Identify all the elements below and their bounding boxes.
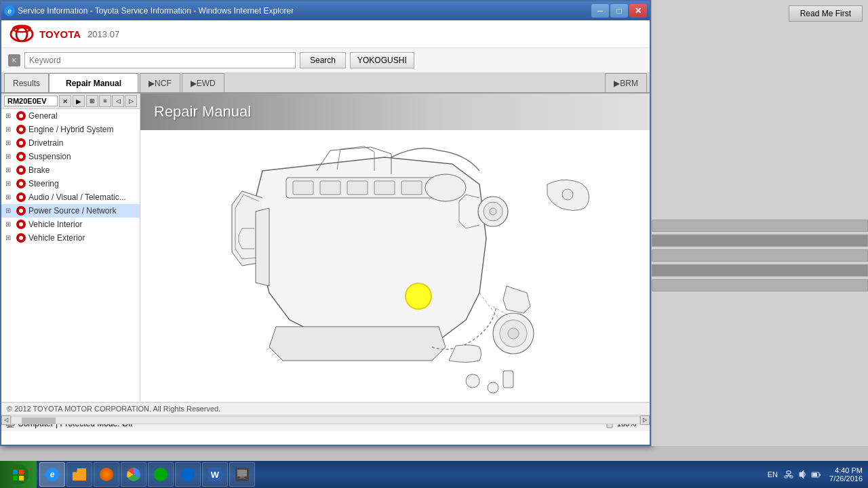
window-title: Service Information - Toyota Service Inf… [18,6,589,16]
sidebar-item-general[interactable]: ⊞ General [1,109,140,123]
tab-brm-text: BRM [620,79,638,88]
taskbar-app-7[interactable]: W [202,462,228,487]
sidebar-item-exterior-label: Vehicle Exterior [28,233,85,243]
tab-ewd[interactable]: ▶ EWD [182,73,224,92]
sidebar-item-exterior[interactable]: ⊞ Vehicle Exterior [1,231,140,245]
tab-bar: Results Repair Manual ▶ NCF ▶ EWD ▶ BRM [1,73,650,94]
sidebar-forward-button[interactable]: ▶ [73,95,85,107]
stripe-5 [652,279,868,291]
search-bar: K Search YOKOGUSHI [1,48,650,73]
keyword-input[interactable] [24,52,296,68]
taskbar-app-media[interactable] [94,462,119,487]
taskbar-app-6[interactable] [175,462,201,487]
window-controls: ─ □ ✕ [591,4,647,18]
tab-ewd-label: ▶ [191,79,197,88]
taskbar-app-explorer[interactable] [66,462,92,487]
tab-brm[interactable]: ▶ BRM [605,73,647,92]
battery-icon [810,469,821,480]
minimize-button[interactable]: ─ [591,4,609,18]
svg-rect-33 [240,476,244,478]
copyright-bar: © 2012 TOYOTA MOTOR CORPORATION. All Rig… [1,402,650,415]
tab-ncf-text: NCF [155,79,172,88]
engine-diagram [181,130,615,401]
svg-rect-5 [320,181,340,195]
sidebar-item-drivetrain[interactable]: ⊞ Drivetrain [1,136,140,150]
view-next-button[interactable]: ▷ [125,95,137,107]
app6-icon [181,468,195,481]
stripe-1 [652,220,868,232]
tab-ncf-label: ▶ [149,79,155,88]
read-me-first-button[interactable]: Read Me First [789,5,863,22]
svg-point-16 [562,189,573,200]
sidebar-item-drivetrain-label: Drivetrain [28,138,63,148]
item-icon-drivetrain [16,138,26,148]
tab-results-label: Results [13,79,40,88]
sidebar-item-audio[interactable]: ⊞ Audio / Visual / Telematic... [1,190,140,204]
ie-app-icon: e [45,468,59,481]
content-body [140,130,650,402]
svg-point-12 [425,174,466,201]
stripe-3 [652,249,868,262]
sidebar-item-brake-label: Brake [28,165,50,175]
sidebar-toolbar: RM20E0EV ✕ ▶ ⊞ ≡ ◁ ▷ [1,94,140,109]
taskbar-app-ie[interactable]: e [39,462,65,487]
start-button[interactable] [0,461,37,488]
svg-rect-34 [239,478,245,479]
stripe-4 [652,264,868,277]
taskbar-app-5[interactable] [148,462,174,487]
svg-rect-35 [787,471,791,474]
svg-rect-21 [503,371,513,388]
close-button[interactable]: ✕ [629,4,647,18]
svg-rect-42 [812,473,817,476]
sidebar-item-interior[interactable]: ⊞ Vehicle Interior [1,218,140,231]
view-list-button[interactable]: ≡ [99,95,111,107]
item-icon-engine [16,125,26,134]
ie-titlebar: e Service Information - Toyota Service I… [1,1,650,20]
taskbar-app-chrome[interactable] [121,462,146,487]
expand-icon: ⊞ [5,139,14,147]
sidebar-item-steering[interactable]: ⊞ Steering [1,177,140,190]
tab-ncf[interactable]: ▶ NCF [140,73,180,92]
svg-rect-8 [401,181,422,195]
sidebar-item-interior-label: Vehicle Interior [28,220,82,229]
view-grid-button[interactable]: ⊞ [86,95,98,107]
svg-point-15 [508,328,519,339]
app5-icon [154,468,167,481]
sidebar: RM20E0EV ✕ ▶ ⊞ ≡ ◁ ▷ ⊞ General ⊞ Engine [1,94,140,402]
app8-icon [235,468,249,481]
sidebar-id: RM20E0EV [4,96,58,106]
item-icon-exterior [16,233,26,243]
svg-point-11 [490,208,496,215]
taskbar: e W EN [0,461,868,488]
main-layout: RM20E0EV ✕ ▶ ⊞ ≡ ◁ ▷ ⊞ General ⊞ Engine [1,94,650,402]
svg-point-20 [488,382,498,393]
sidebar-item-power-source[interactable]: ⊞ Power Source / Network [1,204,140,218]
ie-title-icon: e [4,5,15,16]
view-prev-button[interactable]: ◁ [112,95,124,107]
toyota-logo: TOYOTA [8,24,81,43]
language-indicator: EN [765,470,781,479]
chrome-app-icon [127,468,140,481]
svg-rect-43 [819,474,821,476]
ie-window: e Service Information - Toyota Service I… [0,0,651,446]
svg-line-17 [479,293,500,320]
toyota-brand-label: TOYOTA [39,28,81,40]
sidebar-item-suspension-label: Suspension [28,152,71,161]
search-button[interactable]: Search [300,52,346,68]
yokogushi-button[interactable]: YOKOGUSHI [350,52,414,68]
svg-rect-31 [19,476,24,481]
svg-rect-28 [13,470,18,474]
tab-results[interactable]: Results [4,73,49,92]
maximize-button[interactable]: □ [610,4,628,18]
sidebar-close-button[interactable]: ✕ [59,95,71,107]
time-display: 4:40 PM [829,466,863,474]
sidebar-item-engine-label: Engine / Hybrid System [28,125,113,134]
taskbar-app-8[interactable] [229,462,255,487]
sidebar-item-steering-label: Steering [28,179,59,188]
tab-repair-manual[interactable]: Repair Manual [49,73,138,92]
expand-icon: ⊞ [5,234,14,242]
sidebar-item-suspension[interactable]: ⊞ Suspension [1,150,140,163]
svg-point-27 [8,464,28,485]
sidebar-item-engine[interactable]: ⊞ Engine / Hybrid System [1,123,140,136]
sidebar-item-brake[interactable]: ⊞ Brake [1,163,140,177]
